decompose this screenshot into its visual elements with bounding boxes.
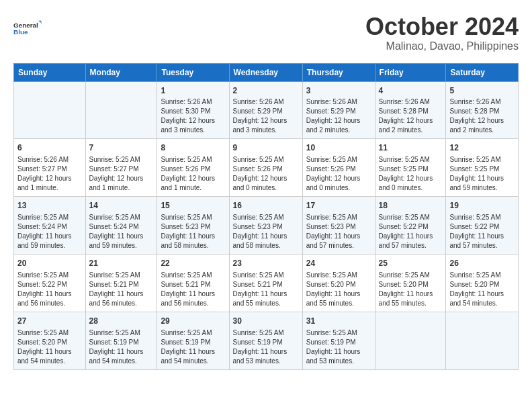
- svg-marker-3: [40, 21, 42, 24]
- table-row: 4Sunrise: 5:26 AM Sunset: 5:28 PM Daylig…: [375, 81, 446, 139]
- day-info: Sunrise: 5:25 AM Sunset: 5:22 PM Dayligh…: [449, 213, 515, 250]
- weekday-header-saturday: Saturday: [446, 63, 519, 81]
- day-info: Sunrise: 5:25 AM Sunset: 5:19 PM Dayligh…: [233, 328, 299, 366]
- table-row: 22Sunrise: 5:25 AM Sunset: 5:21 PM Dayli…: [157, 254, 229, 312]
- table-row: 28Sunrise: 5:25 AM Sunset: 5:19 PM Dayli…: [85, 312, 157, 369]
- table-row: 10Sunrise: 5:25 AM Sunset: 5:26 PM Dayli…: [302, 139, 375, 197]
- week-row-3: 13Sunrise: 5:25 AM Sunset: 5:24 PM Dayli…: [14, 197, 519, 255]
- table-row: 6Sunrise: 5:26 AM Sunset: 5:27 PM Daylig…: [14, 139, 86, 197]
- table-row: 24Sunrise: 5:25 AM Sunset: 5:20 PM Dayli…: [302, 254, 375, 312]
- logo-svg: General Blue: [13, 13, 43, 43]
- day-number: 6: [17, 142, 82, 154]
- table-row: 30Sunrise: 5:25 AM Sunset: 5:19 PM Dayli…: [229, 312, 302, 369]
- weekday-header-sunday: Sunday: [14, 63, 86, 81]
- day-number: 3: [306, 85, 371, 97]
- weekday-header-monday: Monday: [85, 63, 157, 81]
- table-row: 7Sunrise: 5:25 AM Sunset: 5:27 PM Daylig…: [85, 139, 157, 197]
- day-info: Sunrise: 5:26 AM Sunset: 5:27 PM Dayligh…: [17, 155, 82, 193]
- table-row: 23Sunrise: 5:25 AM Sunset: 5:21 PM Dayli…: [229, 254, 302, 312]
- day-number: 20: [17, 258, 82, 269]
- table-row: 20Sunrise: 5:25 AM Sunset: 5:22 PM Dayli…: [14, 254, 86, 312]
- day-number: 16: [233, 200, 299, 212]
- day-info: Sunrise: 5:25 AM Sunset: 5:26 PM Dayligh…: [161, 155, 225, 193]
- weekday-header-wednesday: Wednesday: [229, 63, 302, 81]
- day-number: 23: [233, 258, 299, 269]
- day-number: 7: [89, 142, 154, 154]
- day-number: 14: [89, 200, 154, 212]
- day-info: Sunrise: 5:25 AM Sunset: 5:20 PM Dayligh…: [306, 271, 371, 308]
- month-title: October 2024: [365, 13, 519, 40]
- day-info: Sunrise: 5:25 AM Sunset: 5:24 PM Dayligh…: [17, 213, 82, 250]
- table-row: 15Sunrise: 5:25 AM Sunset: 5:23 PM Dayli…: [157, 197, 229, 255]
- table-row: 5Sunrise: 5:26 AM Sunset: 5:28 PM Daylig…: [446, 81, 519, 139]
- day-number: 15: [161, 200, 225, 212]
- table-row: 14Sunrise: 5:25 AM Sunset: 5:24 PM Dayli…: [85, 197, 157, 255]
- day-number: 18: [379, 200, 443, 212]
- title-block: October 2024 Malinao, Davao, Philippines: [365, 13, 519, 52]
- table-row: 26Sunrise: 5:25 AM Sunset: 5:20 PM Dayli…: [446, 254, 519, 312]
- day-number: 1: [161, 85, 225, 97]
- week-row-2: 6Sunrise: 5:26 AM Sunset: 5:27 PM Daylig…: [14, 139, 519, 197]
- day-info: Sunrise: 5:25 AM Sunset: 5:21 PM Dayligh…: [89, 271, 154, 308]
- day-number: 31: [306, 316, 371, 327]
- day-number: 28: [89, 316, 154, 327]
- table-row: 25Sunrise: 5:25 AM Sunset: 5:20 PM Dayli…: [375, 254, 446, 312]
- day-info: Sunrise: 5:25 AM Sunset: 5:25 PM Dayligh…: [449, 155, 515, 193]
- day-number: 17: [306, 200, 371, 212]
- table-row: 11Sunrise: 5:25 AM Sunset: 5:25 PM Dayli…: [375, 139, 446, 197]
- table-row: 3Sunrise: 5:26 AM Sunset: 5:29 PM Daylig…: [302, 81, 375, 139]
- svg-text:General: General: [13, 21, 38, 29]
- day-info: Sunrise: 5:25 AM Sunset: 5:23 PM Dayligh…: [306, 213, 371, 250]
- table-row: 31Sunrise: 5:25 AM Sunset: 5:19 PM Dayli…: [302, 312, 375, 369]
- day-info: Sunrise: 5:25 AM Sunset: 5:19 PM Dayligh…: [306, 328, 371, 366]
- table-row: 17Sunrise: 5:25 AM Sunset: 5:23 PM Dayli…: [302, 197, 375, 255]
- svg-text:Blue: Blue: [13, 28, 28, 36]
- day-number: 27: [17, 316, 82, 327]
- day-number: 13: [17, 200, 82, 212]
- table-row: 1Sunrise: 5:26 AM Sunset: 5:30 PM Daylig…: [157, 81, 229, 139]
- day-number: 25: [379, 258, 443, 269]
- day-number: 19: [449, 200, 515, 212]
- table-row: 19Sunrise: 5:25 AM Sunset: 5:22 PM Dayli…: [446, 197, 519, 255]
- day-info: Sunrise: 5:26 AM Sunset: 5:30 PM Dayligh…: [161, 97, 225, 135]
- table-row: 16Sunrise: 5:25 AM Sunset: 5:23 PM Dayli…: [229, 197, 302, 255]
- day-info: Sunrise: 5:25 AM Sunset: 5:26 PM Dayligh…: [233, 155, 299, 193]
- week-row-5: 27Sunrise: 5:25 AM Sunset: 5:20 PM Dayli…: [14, 312, 519, 369]
- day-number: 8: [161, 142, 225, 154]
- svg-marker-2: [38, 20, 41, 21]
- logo: General Blue: [13, 13, 43, 43]
- day-info: Sunrise: 5:25 AM Sunset: 5:24 PM Dayligh…: [89, 213, 154, 250]
- day-info: Sunrise: 5:25 AM Sunset: 5:19 PM Dayligh…: [89, 328, 154, 366]
- day-info: Sunrise: 5:26 AM Sunset: 5:29 PM Dayligh…: [306, 97, 371, 135]
- table-row: [14, 81, 86, 139]
- table-row: 29Sunrise: 5:25 AM Sunset: 5:19 PM Dayli…: [157, 312, 229, 369]
- day-info: Sunrise: 5:26 AM Sunset: 5:28 PM Dayligh…: [449, 97, 515, 135]
- header-row: SundayMondayTuesdayWednesdayThursdayFrid…: [14, 63, 519, 81]
- table-row: 2Sunrise: 5:26 AM Sunset: 5:29 PM Daylig…: [229, 81, 302, 139]
- day-info: Sunrise: 5:25 AM Sunset: 5:20 PM Dayligh…: [449, 271, 515, 308]
- day-number: 26: [449, 258, 515, 269]
- day-info: Sunrise: 5:25 AM Sunset: 5:21 PM Dayligh…: [233, 271, 299, 308]
- day-info: Sunrise: 5:25 AM Sunset: 5:19 PM Dayligh…: [161, 328, 225, 366]
- day-info: Sunrise: 5:25 AM Sunset: 5:20 PM Dayligh…: [379, 271, 443, 308]
- day-number: 10: [306, 142, 371, 154]
- table-row: 9Sunrise: 5:25 AM Sunset: 5:26 PM Daylig…: [229, 139, 302, 197]
- table-row: 13Sunrise: 5:25 AM Sunset: 5:24 PM Dayli…: [14, 197, 86, 255]
- week-row-4: 20Sunrise: 5:25 AM Sunset: 5:22 PM Dayli…: [14, 254, 519, 312]
- day-number: 2: [233, 85, 299, 97]
- location-subtitle: Malinao, Davao, Philippines: [365, 40, 519, 52]
- day-info: Sunrise: 5:26 AM Sunset: 5:28 PM Dayligh…: [379, 97, 443, 135]
- week-row-1: 1Sunrise: 5:26 AM Sunset: 5:30 PM Daylig…: [14, 81, 519, 139]
- day-number: 29: [161, 316, 225, 327]
- table-row: [446, 312, 519, 369]
- table-row: 8Sunrise: 5:25 AM Sunset: 5:26 PM Daylig…: [157, 139, 229, 197]
- day-info: Sunrise: 5:26 AM Sunset: 5:29 PM Dayligh…: [233, 97, 299, 135]
- weekday-header-thursday: Thursday: [302, 63, 375, 81]
- day-info: Sunrise: 5:25 AM Sunset: 5:27 PM Dayligh…: [89, 155, 154, 193]
- table-row: 12Sunrise: 5:25 AM Sunset: 5:25 PM Dayli…: [446, 139, 519, 197]
- day-number: 21: [89, 258, 154, 269]
- day-info: Sunrise: 5:25 AM Sunset: 5:22 PM Dayligh…: [17, 271, 82, 308]
- table-row: [375, 312, 446, 369]
- day-info: Sunrise: 5:25 AM Sunset: 5:25 PM Dayligh…: [379, 155, 443, 193]
- day-number: 11: [379, 142, 443, 154]
